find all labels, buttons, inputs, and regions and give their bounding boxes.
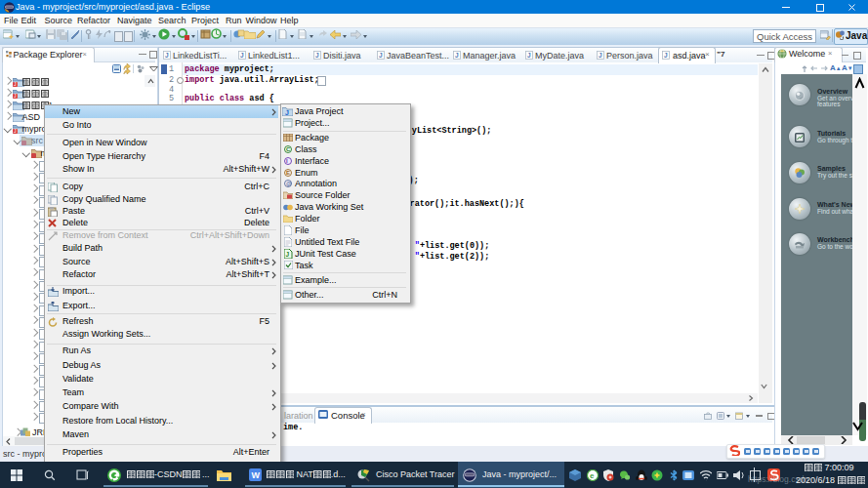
svg-text:@: @ bbox=[286, 182, 292, 187]
svg-text:J: J bbox=[315, 52, 319, 59]
svg-text:J: J bbox=[599, 52, 602, 59]
svg-text:J: J bbox=[285, 109, 289, 116]
svg-text:J: J bbox=[165, 52, 169, 59]
svg-text:J: J bbox=[664, 52, 668, 59]
svg-text:J: J bbox=[527, 52, 531, 59]
svg-text:E: E bbox=[286, 170, 290, 176]
svg-text:W: W bbox=[252, 470, 261, 480]
svg-text:J: J bbox=[286, 251, 290, 258]
svg-text:e: e bbox=[590, 471, 595, 480]
svg-text:J: J bbox=[379, 52, 383, 59]
svg-text:J: J bbox=[455, 52, 459, 59]
svg-text:C: C bbox=[286, 146, 291, 152]
svg-text:J: J bbox=[240, 52, 244, 59]
